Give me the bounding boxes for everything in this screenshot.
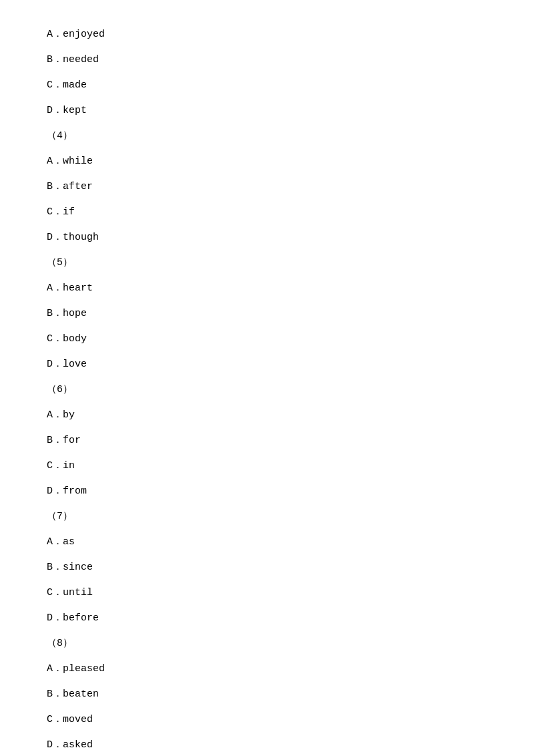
option-a-8: A．pleased <box>47 661 487 677</box>
option-a-6: A．by <box>47 407 487 423</box>
option-a-0: A．enjoyed <box>47 27 487 43</box>
option-a-5: A．heart <box>47 280 487 297</box>
option-c-8: C．moved <box>47 712 487 728</box>
section-8: （8） A．pleased B．beaten C．moved D．asked <box>47 636 487 753</box>
option-c-0: C．made <box>47 77 487 93</box>
option-c-7: C．until <box>47 585 487 601</box>
option-b-0: B．needed <box>47 52 487 68</box>
section-number-5: （5） <box>47 255 487 271</box>
option-c-4: C．if <box>47 204 487 220</box>
option-a-4: A．while <box>47 154 487 170</box>
option-d-7: D．before <box>47 610 487 626</box>
option-d-5: D．love <box>47 357 487 373</box>
section-number-4: （4） <box>47 128 487 144</box>
section-number-6: （6） <box>47 382 487 398</box>
option-c-6: C．in <box>47 458 487 474</box>
section-7: （7） A．as B．since C．until D．before <box>47 509 487 626</box>
section-5: （5） A．heart B．hope C．body D．love <box>47 255 487 373</box>
section-0: A．enjoyed B．needed C．made D．kept <box>47 27 487 119</box>
option-b-8: B．beaten <box>47 687 487 703</box>
main-content: A．enjoyed B．needed C．made D．kept （4） A．w… <box>0 0 534 756</box>
section-4: （4） A．while B．after C．if D．though <box>47 128 487 246</box>
option-b-5: B．hope <box>47 306 487 322</box>
option-d-8: D．asked <box>47 737 487 753</box>
section-6: （6） A．by B．for C．in D．from <box>47 382 487 500</box>
option-c-5: C．body <box>47 331 487 347</box>
option-d-0: D．kept <box>47 103 487 119</box>
section-number-8: （8） <box>47 636 487 652</box>
option-b-7: B．since <box>47 560 487 576</box>
option-d-6: D．from <box>47 484 487 500</box>
option-d-4: D．though <box>47 230 487 246</box>
option-b-6: B．for <box>47 433 487 449</box>
section-number-7: （7） <box>47 509 487 525</box>
option-b-4: B．after <box>47 179 487 195</box>
option-a-7: A．as <box>47 534 487 550</box>
